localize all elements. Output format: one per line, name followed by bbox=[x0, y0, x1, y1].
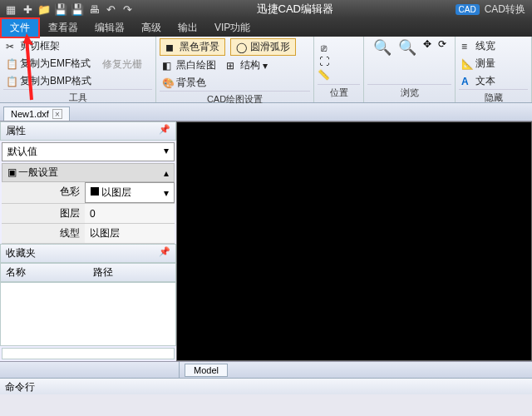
cut-frame-button[interactable]: ✂剪切框架 bbox=[3, 38, 94, 54]
properties-header: 属性 📌 bbox=[0, 121, 176, 141]
collapse-icon[interactable]: ▴ bbox=[164, 167, 169, 179]
drawing-canvas[interactable] bbox=[176, 121, 532, 361]
col-path[interactable]: 路径 bbox=[88, 264, 175, 281]
lineweight-button[interactable]: ≡线宽 bbox=[459, 38, 498, 54]
saveas-icon[interactable]: 💾 bbox=[70, 2, 85, 17]
close-tab-icon[interactable]: × bbox=[52, 109, 62, 119]
app-icon: ▦ bbox=[3, 2, 18, 17]
new-icon[interactable]: ✚ bbox=[20, 2, 35, 17]
ruler-icon[interactable]: 📏 bbox=[318, 69, 330, 81]
cad-badge: CAD bbox=[456, 4, 480, 15]
ribbon-group-position-label: 位置 bbox=[318, 84, 360, 101]
document-tab-label: New1.dxf bbox=[11, 109, 49, 119]
smooth-arc-toggle[interactable]: ◯圆滑弧形 bbox=[230, 38, 296, 56]
command-line[interactable]: 命令行 bbox=[0, 378, 532, 394]
position-icon[interactable]: ⎚ bbox=[321, 42, 327, 54]
fix-raster-button: 修复光栅 bbox=[100, 57, 145, 72]
col-name[interactable]: 名称 bbox=[1, 264, 88, 281]
panel-pin-icon[interactable]: 📌 bbox=[159, 246, 170, 260]
general-section[interactable]: ▣ 一般设置 ▴ bbox=[2, 163, 175, 182]
menu-viewer[interactable]: 查看器 bbox=[40, 19, 86, 37]
titlebar: ▦ ✚ 📁 💾 💾 🖶 ↶ ↷ 迅捷CAD编辑器 CAD CAD转换 bbox=[0, 0, 532, 18]
redo-icon[interactable]: ↷ bbox=[120, 2, 135, 17]
app-title: 迅捷CAD编辑器 bbox=[135, 2, 456, 17]
undo-icon[interactable]: ↶ bbox=[103, 2, 118, 17]
zoomin-icon[interactable]: 🔍 bbox=[398, 38, 416, 57]
prop-color-label: 色彩 bbox=[2, 182, 85, 203]
side-panel: 属性 📌 默认值▾ ▣ 一般设置 ▴ 色彩 以图层▾ 图层 0 线型 以图层 bbox=[0, 121, 176, 361]
fit-icon[interactable]: ⛶ bbox=[319, 56, 329, 67]
favorites-columns: 名称 路径 bbox=[0, 263, 176, 282]
bg-color-button[interactable]: 🎨背景色 bbox=[160, 75, 209, 91]
ribbon: ✂剪切框架 📋复制为EMF格式 📋复制为BMP格式 修复光栅 工具 ◼黑色背景 … bbox=[0, 37, 532, 103]
pan-icon[interactable]: ✥ bbox=[423, 38, 431, 57]
print-icon[interactable]: 🖶 bbox=[86, 2, 101, 17]
favorites-header: 收藏夹 📌 bbox=[0, 244, 176, 263]
black-bg-toggle[interactable]: ◼黑色背景 bbox=[160, 38, 225, 56]
prop-layer-label: 图层 bbox=[2, 204, 85, 223]
ribbon-group-draw-label: CAD绘图设置 bbox=[160, 91, 310, 107]
measure-button[interactable]: 📐测量 bbox=[459, 56, 498, 72]
default-dropdown[interactable]: 默认值▾ bbox=[2, 142, 175, 161]
zoomout-icon[interactable]: 🔍 bbox=[373, 38, 392, 57]
favorites-list bbox=[0, 282, 176, 346]
cad-convert-link[interactable]: CAD转换 bbox=[485, 2, 525, 17]
chevron-down-icon: ▾ bbox=[164, 187, 169, 199]
menubar: 文件 查看器 编辑器 高级 输出 VIP功能 bbox=[0, 18, 532, 37]
model-tab[interactable]: Model bbox=[185, 364, 228, 377]
save-icon[interactable]: 💾 bbox=[53, 2, 68, 17]
menu-output[interactable]: 输出 bbox=[170, 19, 206, 37]
chevron-down-icon: ▾ bbox=[164, 145, 169, 159]
bw-draw-button[interactable]: ◧黑白绘图 bbox=[160, 57, 219, 73]
prop-layer-value[interactable]: 0 bbox=[85, 204, 175, 223]
menu-file[interactable]: 文件 bbox=[0, 17, 40, 38]
menu-editor[interactable]: 编辑器 bbox=[86, 19, 133, 37]
bottom-list bbox=[2, 348, 175, 359]
prop-linetype-label: 线型 bbox=[2, 224, 85, 243]
text-button[interactable]: A文本 bbox=[459, 73, 498, 89]
panel-pin-icon[interactable]: 📌 bbox=[159, 124, 170, 138]
open-icon[interactable]: 📁 bbox=[37, 2, 52, 17]
ribbon-group-browse-label: 浏览 bbox=[367, 84, 451, 101]
prop-color-value[interactable]: 以图层▾ bbox=[85, 182, 175, 203]
rotate-icon[interactable]: ⟳ bbox=[438, 38, 446, 57]
document-tab[interactable]: New1.dxf × bbox=[3, 106, 70, 121]
copy-emf-button[interactable]: 📋复制为EMF格式 bbox=[3, 56, 94, 72]
copy-bmp-button[interactable]: 📋复制为BMP格式 bbox=[3, 73, 94, 89]
menu-advanced[interactable]: 高级 bbox=[133, 19, 170, 37]
prop-linetype-value[interactable]: 以图层 bbox=[85, 224, 175, 243]
bottom-tabstrip: Model bbox=[0, 361, 532, 378]
ribbon-group-tools-label: 工具 bbox=[3, 89, 152, 106]
menu-vip[interactable]: VIP功能 bbox=[206, 19, 259, 37]
structure-button[interactable]: ⊞结构▾ bbox=[224, 57, 270, 73]
ribbon-group-hide-label: 隐藏 bbox=[459, 89, 528, 106]
